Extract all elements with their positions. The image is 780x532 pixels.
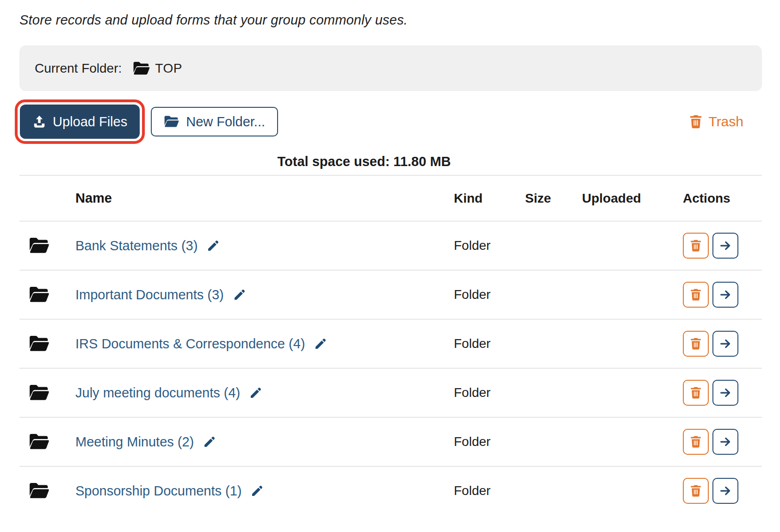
folder-name-link[interactable]: Sponsorship Documents (1) bbox=[75, 483, 241, 499]
table-row: Sponsorship Documents (1) Folder bbox=[19, 466, 762, 515]
trash-icon bbox=[688, 114, 704, 130]
toolbar: Upload Files New Folder... Trash bbox=[19, 99, 762, 144]
header-size: Size bbox=[525, 191, 582, 206]
open-folder-icon bbox=[164, 115, 180, 128]
table-row: IRS Documents & Correspondence (4) Folde… bbox=[19, 319, 762, 368]
edit-pencil-icon[interactable] bbox=[203, 435, 217, 449]
upload-files-button[interactable]: Upload Files bbox=[20, 105, 140, 139]
file-table: Name Kind Size Uploaded Actions Bank Sta… bbox=[19, 175, 762, 515]
delete-folder-button[interactable] bbox=[683, 478, 709, 504]
kind-cell: Folder bbox=[454, 287, 525, 302]
folder-icon bbox=[29, 286, 50, 303]
kind-cell: Folder bbox=[454, 483, 525, 498]
delete-folder-button[interactable] bbox=[683, 233, 709, 259]
header-actions: Actions bbox=[683, 191, 762, 206]
new-folder-label: New Folder... bbox=[186, 114, 265, 130]
folder-icon bbox=[29, 335, 50, 353]
delete-folder-button[interactable] bbox=[683, 429, 709, 455]
open-folder-icon bbox=[133, 61, 150, 76]
file-manager-page: Store records and upload forms that your… bbox=[0, 12, 780, 515]
kind-cell: Folder bbox=[454, 336, 525, 351]
open-folder-button[interactable] bbox=[712, 331, 738, 357]
header-uploaded: Uploaded bbox=[582, 191, 683, 206]
folder-icon bbox=[29, 384, 50, 402]
open-folder-button[interactable] bbox=[712, 478, 738, 504]
delete-folder-button[interactable] bbox=[683, 282, 709, 308]
new-folder-button[interactable]: New Folder... bbox=[151, 107, 278, 136]
intro-text: Store records and upload forms that your… bbox=[19, 12, 762, 28]
kind-cell: Folder bbox=[454, 434, 525, 449]
upload-icon bbox=[32, 115, 46, 129]
folder-name-link[interactable]: Important Documents (3) bbox=[75, 287, 224, 303]
current-folder-label: Current Folder: bbox=[35, 61, 122, 76]
folder-icon bbox=[29, 433, 50, 451]
edit-pencil-icon[interactable] bbox=[206, 239, 220, 253]
edit-pencil-icon[interactable] bbox=[314, 337, 328, 351]
delete-folder-button[interactable] bbox=[683, 380, 709, 406]
kind-cell: Folder bbox=[454, 238, 525, 253]
header-kind: Kind bbox=[454, 191, 525, 206]
table-row: Important Documents (3) Folder bbox=[19, 270, 762, 319]
folder-name-link[interactable]: IRS Documents & Correspondence (4) bbox=[75, 336, 305, 352]
open-folder-button[interactable] bbox=[712, 429, 738, 455]
edit-pencil-icon[interactable] bbox=[249, 386, 263, 400]
current-folder-name: TOP bbox=[155, 61, 182, 76]
table-header-row: Name Kind Size Uploaded Actions bbox=[19, 175, 762, 221]
current-folder-bar: Current Folder: TOP bbox=[19, 45, 762, 91]
open-folder-button[interactable] bbox=[712, 380, 738, 406]
folder-name-link[interactable]: Meeting Minutes (2) bbox=[75, 434, 194, 450]
folder-name-link[interactable]: July meeting documents (4) bbox=[75, 385, 240, 401]
delete-folder-button[interactable] bbox=[683, 331, 709, 357]
folder-name-link[interactable]: Bank Statements (3) bbox=[75, 238, 198, 254]
upload-files-label: Upload Files bbox=[53, 114, 127, 130]
total-space-used: Total space used: 11.80 MB bbox=[19, 154, 709, 169]
table-row: Bank Statements (3) Folder bbox=[19, 221, 762, 270]
folder-icon bbox=[29, 482, 50, 500]
folder-icon bbox=[29, 237, 50, 254]
trash-link[interactable]: Trash bbox=[688, 114, 743, 130]
table-row: July meeting documents (4) Folder bbox=[19, 368, 762, 417]
trash-label: Trash bbox=[708, 114, 743, 130]
upload-highlight-ring: Upload Files bbox=[15, 99, 145, 144]
edit-pencil-icon[interactable] bbox=[233, 288, 247, 302]
header-name: Name bbox=[75, 191, 454, 206]
table-row: Meeting Minutes (2) Folder bbox=[19, 417, 762, 466]
open-folder-button[interactable] bbox=[712, 282, 738, 308]
edit-pencil-icon[interactable] bbox=[250, 484, 264, 498]
open-folder-button[interactable] bbox=[712, 233, 738, 259]
kind-cell: Folder bbox=[454, 385, 525, 400]
